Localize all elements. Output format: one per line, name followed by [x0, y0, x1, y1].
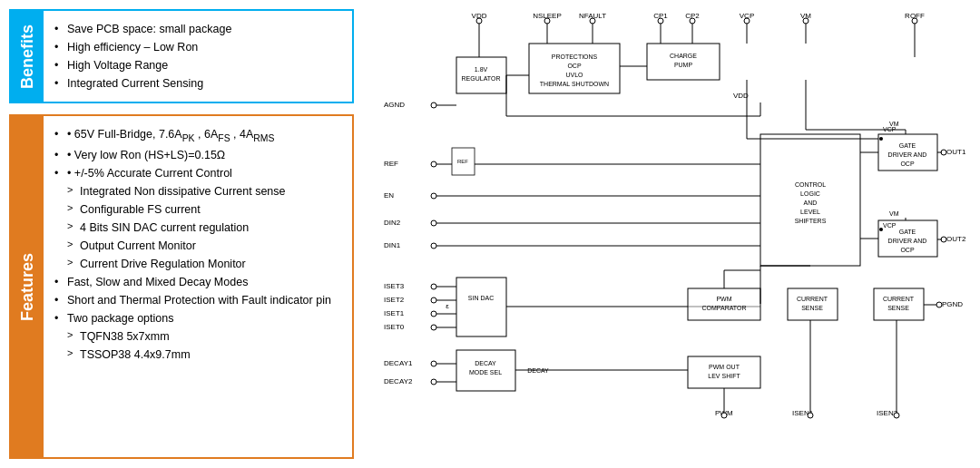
svg-text:CURRENT: CURRENT — [797, 296, 828, 302]
svg-text:CHARGE: CHARGE — [670, 53, 697, 59]
svg-point-23 — [912, 18, 917, 24]
svg-point-11 — [658, 18, 663, 24]
svg-point-48 — [431, 193, 436, 199]
list-item: Integrated Current Sensing — [54, 74, 231, 93]
svg-point-42 — [431, 102, 436, 108]
list-item: Configurable FS current — [67, 200, 331, 219]
svg-point-51 — [431, 220, 436, 226]
svg-point-8 — [590, 18, 595, 24]
svg-text:VM: VM — [889, 210, 899, 217]
svg-text:COMPARATOR: COMPARATOR — [701, 305, 746, 311]
svg-text:1.8V: 1.8V — [475, 66, 488, 73]
features-label: Features — [11, 116, 44, 457]
svg-text:ISET3: ISET3 — [384, 282, 405, 290]
features-section: Features • 65V Full-Bridge, 7.6APK , 6AF… — [9, 114, 354, 459]
svg-text:DECAY1: DECAY1 — [384, 359, 413, 367]
list-item: Short and Thermal Protection with Fault … — [54, 291, 331, 309]
svg-point-54 — [431, 243, 436, 249]
svg-text:OCP: OCP — [567, 63, 582, 69]
features-list: • 65V Full-Bridge, 7.6APK , 6AFS , 4ARMS… — [54, 125, 331, 364]
list-item: Integrated Non dissipative Current sense — [67, 182, 331, 200]
svg-point-89 — [879, 228, 883, 231]
svg-text:SENSE: SENSE — [887, 305, 909, 311]
svg-text:DECAY2: DECAY2 — [384, 377, 413, 385]
svg-text:REGULATOR: REGULATOR — [462, 75, 501, 82]
sub-list-current: Integrated Non dissipative Current sense… — [67, 182, 331, 273]
svg-text:AND: AND — [804, 200, 818, 206]
svg-text:GATE: GATE — [899, 142, 916, 149]
svg-point-137 — [721, 413, 727, 418]
svg-text:DECAY: DECAY — [475, 360, 496, 366]
svg-text:OUT1: OUT1 — [946, 148, 966, 156]
svg-point-102 — [431, 325, 436, 330]
svg-text:VM: VM — [889, 121, 899, 127]
svg-text:DRIVER AND: DRIVER AND — [888, 151, 927, 158]
benefits-list: Save PCB space: small package High effic… — [54, 20, 231, 93]
svg-text:EN: EN — [384, 191, 394, 200]
benefits-label: Benefits — [11, 11, 44, 102]
svg-point-120 — [936, 302, 942, 307]
list-item: • Very low Ron (HS+LS)=0.15Ω — [54, 146, 331, 164]
list-item: High efficiency – Low Ron — [54, 38, 231, 56]
svg-text:REF: REF — [457, 159, 468, 164]
svg-text:REF: REF — [384, 160, 398, 168]
svg-point-17 — [744, 18, 750, 24]
svg-point-96 — [431, 297, 436, 303]
svg-text:DRIVER AND: DRIVER AND — [888, 238, 927, 244]
svg-point-45 — [431, 161, 436, 167]
list-item: Two package options TQFN38 5x7xmm TSSOP3… — [54, 309, 331, 364]
list-item: Fast, Slow and Mixed Decay Modes — [54, 273, 331, 291]
svg-text:CONTROL: CONTROL — [795, 181, 826, 188]
svg-text:PWM OUT: PWM OUT — [709, 364, 740, 370]
right-panel: .diagram-text { font-family: Arial, sans… — [363, 0, 980, 468]
svg-text:ISET1: ISET1 — [384, 309, 405, 317]
svg-text:PROTECTIONS: PROTECTIONS — [552, 54, 598, 60]
svg-text:LOGIC: LOGIC — [800, 190, 820, 197]
svg-text:OCP: OCP — [900, 247, 915, 253]
svg-rect-104 — [456, 278, 506, 336]
svg-text:MODE SEL: MODE SEL — [469, 369, 502, 375]
svg-text:PGND: PGND — [942, 300, 963, 308]
svg-point-99 — [431, 311, 436, 317]
svg-text:CURRENT: CURRENT — [883, 296, 915, 302]
svg-text:ISET2: ISET2 — [384, 296, 405, 304]
svg-point-5 — [544, 18, 550, 24]
left-panel: Benefits Save PCB space: small package H… — [0, 0, 363, 468]
list-item: Current Drive Regulation Monitor — [67, 255, 331, 273]
svg-point-123 — [431, 361, 436, 366]
features-content: • 65V Full-Bridge, 7.6APK , 6AFS , 4ARMS… — [44, 116, 342, 457]
svg-text:VCP: VCP — [883, 222, 897, 229]
svg-point-20 — [803, 18, 808, 24]
svg-point-126 — [431, 379, 436, 385]
list-item: • 65V Full-Bridge, 7.6APK , 6AFS , 4ARMS — [54, 125, 331, 146]
svg-text:SHIFTERS: SHIFTERS — [795, 218, 827, 224]
svg-text:LEV SHIFT: LEV SHIFT — [708, 373, 740, 379]
list-item: Save PCB space: small package — [54, 20, 231, 38]
svg-text:SIN DAC: SIN DAC — [468, 295, 494, 301]
svg-point-2 — [476, 18, 482, 24]
svg-text:UVLO: UVLO — [565, 72, 583, 78]
svg-point-93 — [431, 284, 436, 289]
svg-text:GATE: GATE — [899, 229, 916, 235]
block-diagram: .diagram-text { font-family: Arial, sans… — [367, 7, 973, 461]
svg-text:THERMAL SHUTDOWN: THERMAL SHUTDOWN — [540, 81, 609, 87]
svg-point-14 — [690, 18, 695, 24]
svg-text:LEVEL: LEVEL — [800, 209, 820, 215]
svg-text:DIN2: DIN2 — [384, 219, 401, 227]
list-item: Output Current Monitor — [67, 237, 331, 255]
svg-text:SENSE: SENSE — [801, 305, 823, 311]
svg-text:ε: ε — [446, 302, 449, 310]
list-item: TQFN38 5x7xmm — [67, 327, 331, 346]
svg-text:AGND: AGND — [384, 101, 405, 109]
list-item: • +/-5% Accurate Current Control Integra… — [54, 164, 331, 273]
svg-text:OUT2: OUT2 — [946, 235, 966, 243]
svg-text:DIN1: DIN1 — [384, 241, 401, 249]
svg-point-140 — [808, 413, 813, 418]
sub-list-package: TQFN38 5x7xmm TSSOP38 4.4x9.7mm — [67, 327, 331, 364]
svg-point-74 — [879, 137, 883, 141]
svg-text:OCP: OCP — [900, 161, 915, 167]
benefits-content: Save PCB space: small package High effic… — [44, 11, 242, 102]
list-item: TSSOP38 4.4x9.7mm — [67, 346, 331, 364]
svg-point-143 — [894, 413, 899, 418]
svg-text:ISET0: ISET0 — [384, 323, 405, 331]
